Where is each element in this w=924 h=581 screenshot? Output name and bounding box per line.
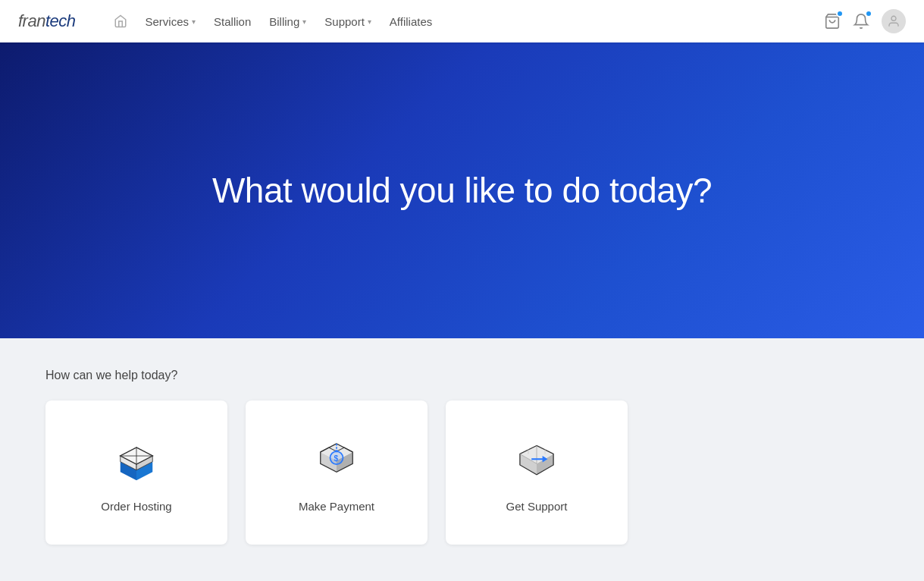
nav-stallion[interactable]: Stallion [206, 11, 258, 33]
hero-section: What would you like to do today? [0, 42, 924, 338]
cards-grid: Order Hosting $ [45, 400, 879, 545]
hosting-icon [109, 433, 164, 488]
cart-button[interactable] [824, 13, 841, 30]
nav-services[interactable]: Services ▾ [138, 11, 204, 33]
notifications-badge [865, 10, 872, 17]
support-icon [509, 433, 564, 488]
svg-text:$: $ [334, 454, 339, 462]
hero-title: What would you like to do today? [212, 170, 712, 211]
nav-affiliates[interactable]: Affiliates [382, 11, 440, 33]
chevron-down-icon: ▾ [368, 17, 371, 26]
nav-support[interactable]: Support ▾ [317, 11, 379, 33]
main-nav: Services ▾ Stallion Billing ▾ Support ▾ … [106, 10, 824, 33]
navbar: frantech Services ▾ Stallion Billing ▾ S… [0, 0, 924, 42]
cart-badge [836, 10, 844, 17]
brand-name-part1: fran [18, 11, 45, 30]
chevron-down-icon: ▾ [192, 17, 196, 26]
user-icon [887, 14, 901, 28]
svg-point-1 [891, 16, 896, 20]
card-make-payment[interactable]: $ Make Payment [246, 400, 428, 545]
brand-name-part2: tech [45, 11, 76, 30]
card-order-hosting-label: Order Hosting [101, 500, 171, 513]
chevron-down-icon: ▾ [302, 17, 306, 26]
card-make-payment-label: Make Payment [299, 500, 374, 513]
home-icon [114, 14, 127, 28]
brand-logo[interactable]: frantech [18, 11, 76, 31]
notifications-button[interactable] [853, 13, 869, 30]
card-order-hosting[interactable]: Order Hosting [45, 400, 227, 545]
card-get-support-label: Get Support [506, 500, 568, 513]
nav-home[interactable] [106, 10, 135, 33]
payment-icon: $ [309, 433, 364, 488]
main-content: How can we help today? [0, 338, 924, 575]
card-get-support[interactable]: Get Support [446, 400, 628, 545]
user-menu-button[interactable] [882, 9, 906, 33]
help-heading: How can we help today? [45, 369, 879, 382]
nav-billing[interactable]: Billing ▾ [262, 11, 314, 33]
navbar-right [824, 9, 906, 33]
